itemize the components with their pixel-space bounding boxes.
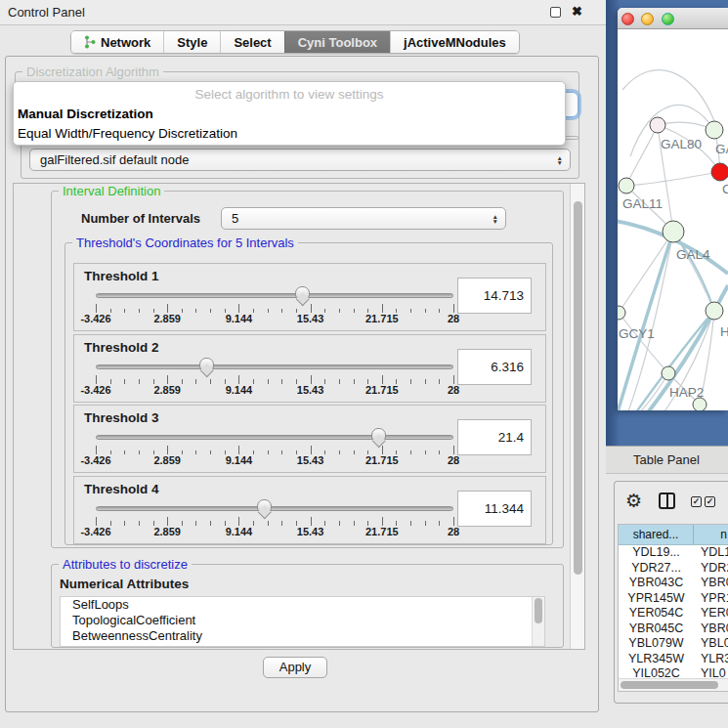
slider-handle[interactable] <box>257 499 272 512</box>
close-icon[interactable]: ✖ <box>572 4 582 19</box>
table-row[interactable]: YLR345WYLR3 <box>619 652 728 667</box>
network-graph[interactable]: GAL80GACGAL11GAL4GCY1HHAP2 <box>618 29 728 410</box>
column-header-name[interactable]: n <box>694 525 728 544</box>
scrollbar-thumb[interactable] <box>574 201 582 575</box>
cell-shared-name[interactable]: YDR27... <box>619 561 694 577</box>
right-panel: GAL80GACGAL11GAL4GCY1HHAP2 Table Panel ⚙… <box>606 0 728 728</box>
checkbox-checked-icon[interactable]: ✓ <box>691 496 702 507</box>
cell-name[interactable]: YBL0 <box>694 636 728 652</box>
tab-network[interactable]: Network <box>71 31 163 53</box>
network-node[interactable] <box>706 121 723 139</box>
dropdown-option[interactable]: Manual Discretization <box>14 105 565 124</box>
tab-label: Network <box>101 35 150 50</box>
table-row[interactable]: YBL079WYBL0 <box>619 636 728 652</box>
minimize-traffic-light-icon[interactable] <box>641 13 654 25</box>
slider-track[interactable] <box>96 293 453 298</box>
number-of-intervals-value: 5 <box>232 211 238 226</box>
table-row[interactable]: YBR045CYBR0 <box>619 621 728 637</box>
slider-track[interactable] <box>96 506 453 511</box>
combo-arrows-icon: ▲▼ <box>557 154 563 165</box>
threshold-value-field[interactable]: 21.4 <box>457 419 532 455</box>
cell-shared-name[interactable]: YDL19... <box>619 545 694 561</box>
zoom-traffic-light-icon[interactable] <box>662 13 674 25</box>
scrollbar-thumb[interactable] <box>621 681 718 689</box>
table-row[interactable]: YPR145WYPR1 <box>619 591 728 607</box>
checkbox-checked-icon[interactable]: ✓ <box>705 496 715 507</box>
cell-name[interactable]: YDL1 <box>694 545 728 561</box>
cell-shared-name[interactable]: YPR145W <box>619 591 694 607</box>
network-node[interactable] <box>650 117 665 133</box>
cell-name[interactable]: YLR3 <box>694 652 728 667</box>
close-traffic-light-icon[interactable] <box>621 13 634 25</box>
network-desktop-background: GAL80GACGAL11GAL4GCY1HHAP2 <box>606 0 728 446</box>
slider-ticks <box>96 375 453 384</box>
cell-shared-name[interactable]: YER054C <box>619 606 694 621</box>
apply-button[interactable]: Apply <box>263 657 327 678</box>
attribute-list-item[interactable]: BetweennessCentrality <box>61 628 544 644</box>
network-node[interactable] <box>711 163 728 181</box>
node-table: shared... n YDL19...YDL1YDR27...YDR2YBR0… <box>618 524 728 692</box>
cell-shared-name[interactable]: YBR043C <box>619 576 694 591</box>
table-data-combobox[interactable]: galFiltered.sif default node ▲▼ <box>29 149 571 171</box>
tab-label: Select <box>234 35 271 50</box>
threshold-value-field[interactable]: 6.316 <box>457 349 532 385</box>
tab-style[interactable]: Style <box>163 31 220 53</box>
table-row[interactable]: YIL052CYIL0 <box>619 666 728 678</box>
network-node-label: GA <box>715 142 728 156</box>
cell-shared-name[interactable]: YBR045C <box>619 621 694 637</box>
cell-name[interactable]: YIL0 <box>694 666 728 678</box>
network-edge[interactable] <box>626 172 720 186</box>
slider-ticks <box>96 517 453 526</box>
table-row[interactable]: YBR043CYBR0 <box>619 576 728 591</box>
network-node[interactable] <box>618 306 625 320</box>
table-data-selected-value: galFiltered.sif default node <box>40 152 189 167</box>
cell-name[interactable]: YBR0 <box>694 621 728 637</box>
table-panel-titlebar: Table Panel <box>606 446 728 474</box>
table-row[interactable]: YDR27...YDR2 <box>619 561 728 577</box>
threshold-label: Threshold 2 <box>84 340 159 355</box>
cell-name[interactable]: YBR0 <box>694 576 728 591</box>
network-node[interactable] <box>662 366 675 380</box>
table-horizontal-scrollbar[interactable] <box>619 678 728 691</box>
attribute-list-item[interactable]: TopologicalCoefficient <box>61 613 544 628</box>
float-window-icon[interactable] <box>550 7 561 18</box>
network-view-window[interactable]: GAL80GACGAL11GAL4GCY1HHAP2 <box>618 8 728 410</box>
group-title-interval-definition: Interval Definition <box>59 184 164 198</box>
tab-cyni-toolbox[interactable]: Cyni Toolbox <box>284 31 390 53</box>
column-header-shared-name[interactable]: shared... <box>619 525 694 544</box>
dropdown-option[interactable]: Equal Width/Frequency Discretization <box>14 124 565 144</box>
gear-icon[interactable]: ⚙ <box>625 490 642 512</box>
slider-track[interactable] <box>96 435 453 440</box>
network-node[interactable] <box>663 221 684 242</box>
table-row[interactable]: YDL19...YDL1 <box>619 545 728 561</box>
cell-name[interactable]: YDR2 <box>694 561 728 577</box>
attribute-list-item[interactable]: SelfLoops <box>61 597 544 613</box>
split-columns-icon[interactable] <box>659 492 675 509</box>
cell-shared-name[interactable]: YLR345W <box>619 652 694 667</box>
threshold-value-field[interactable]: 11.344 <box>457 491 532 527</box>
attributes-list-scrollbar[interactable] <box>532 597 544 646</box>
threshold-value-field[interactable]: 14.713 <box>457 278 532 314</box>
network-window-titlebar[interactable] <box>618 8 728 29</box>
cell-name[interactable]: YPR1 <box>694 591 728 607</box>
thresholds-group: Threshold's Coordinates for 5 Intervals … <box>64 242 553 545</box>
slider-handle[interactable] <box>295 286 310 299</box>
slider-tick-labels: -3.4262.8599.14415.4321.71528 <box>96 526 453 538</box>
vertical-scrollbar[interactable] <box>570 184 584 650</box>
tab-select[interactable]: Select <box>220 31 283 53</box>
cell-shared-name[interactable]: YBL079W <box>619 636 694 652</box>
slider-track[interactable] <box>96 364 453 369</box>
cell-name[interactable]: YER0 <box>694 606 728 621</box>
slider-handle[interactable] <box>371 428 386 441</box>
network-edge[interactable] <box>618 232 673 410</box>
network-node[interactable] <box>619 178 634 193</box>
cell-shared-name[interactable]: YIL052C <box>619 666 694 678</box>
dropdown-placeholder-option[interactable]: Select algorithm to view settings <box>14 85 565 105</box>
numerical-attributes-list[interactable]: SelfLoopsTopologicalCoefficientBetweenne… <box>60 596 545 647</box>
network-node[interactable] <box>706 302 723 320</box>
slider-handle[interactable] <box>199 358 214 370</box>
number-of-intervals-combobox[interactable]: 5 ▲▼ <box>221 207 506 230</box>
table-row[interactable]: YER054CYER0 <box>619 606 728 621</box>
slider-tick-labels: -3.4262.8599.14415.4321.71528 <box>96 454 453 467</box>
tab-jactivemnodules[interactable]: jActiveMNodules <box>390 31 519 53</box>
